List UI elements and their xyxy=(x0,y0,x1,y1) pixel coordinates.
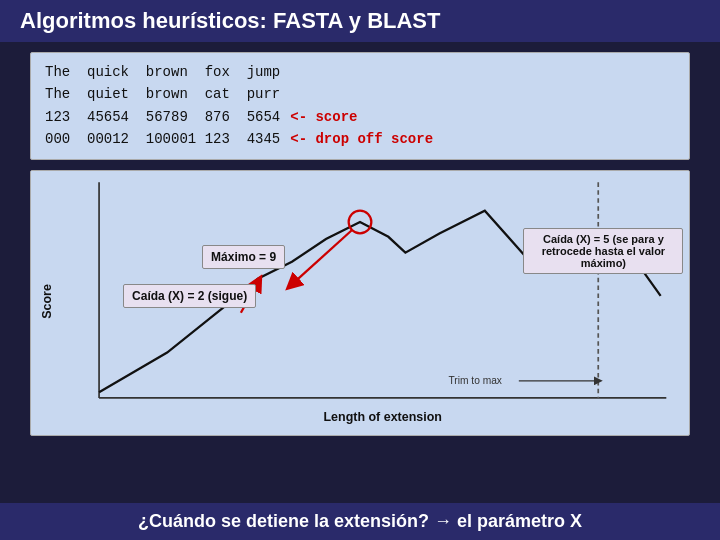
label-caida-sigue: Caída (X) = 2 (sigue) xyxy=(123,284,256,308)
content-area: The quick brown fox jump The quiet brown… xyxy=(0,42,720,503)
svg-text:Length of extension: Length of extension xyxy=(323,409,441,423)
chart-wrapper: Score Length of extension xyxy=(30,170,690,493)
bottom-text: ¿Cuándo se detiene la extensión? → el pa… xyxy=(138,511,582,532)
svg-text:Trim to max: Trim to max xyxy=(448,375,501,386)
label-maximo: Máximo = 9 xyxy=(202,245,285,269)
code-line-4: 000 00012 100001 123 4345 xyxy=(45,128,280,150)
code-block: The quick brown fox jump The quiet brown… xyxy=(30,52,690,160)
drop-annotation: <- drop off score xyxy=(290,128,433,150)
code-line-2: The quiet brown cat purr xyxy=(45,83,675,105)
code-text-1: The quick brown fox jump xyxy=(45,61,280,83)
chart-container: Score Length of extension xyxy=(30,170,690,437)
slide-title: Algoritmos heurísticos: FASTA y BLAST xyxy=(20,8,440,34)
code-line-3-row: 123 45654 56789 876 5654 <- score xyxy=(45,106,675,128)
code-line-3: 123 45654 56789 876 5654 xyxy=(45,106,280,128)
slide: Algoritmos heurísticos: FASTA y BLAST Th… xyxy=(0,0,720,540)
code-line-1: The quick brown fox jump xyxy=(45,61,675,83)
code-line-4-row: 000 00012 100001 123 4345 <- drop off sc… xyxy=(45,128,675,150)
title-bar: Algoritmos heurísticos: FASTA y BLAST xyxy=(0,0,720,42)
code-text-3: 123 45654 56789 876 5654 xyxy=(45,106,280,128)
bottom-bar: ¿Cuándo se detiene la extensión? → el pa… xyxy=(0,503,720,540)
svg-text:Score: Score xyxy=(40,284,54,319)
score-annotation: <- score xyxy=(290,106,357,128)
code-text-4: 000 00012 100001 123 4345 xyxy=(45,128,280,150)
code-text-2: The quiet brown cat purr xyxy=(45,83,280,105)
label-caida-x5: Caída (X) = 5 (se para y retrocede hasta… xyxy=(523,228,683,274)
chart-area: Score Length of extension xyxy=(30,170,690,493)
